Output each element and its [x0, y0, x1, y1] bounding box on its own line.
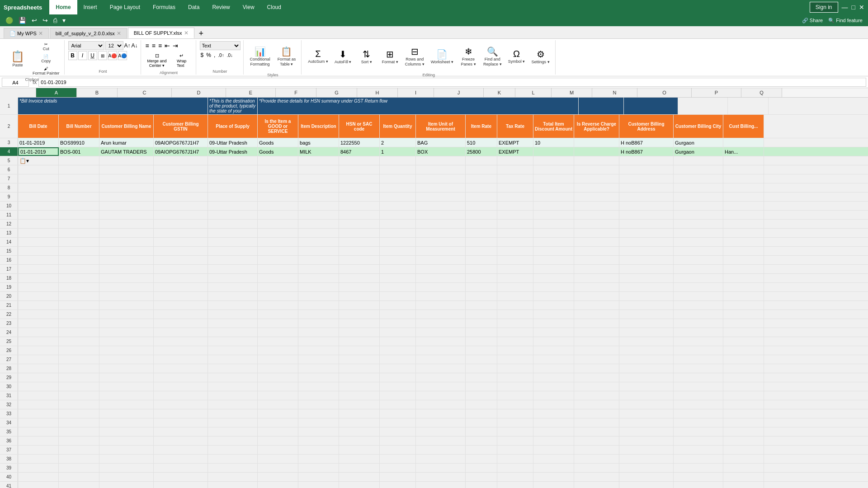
cell-P15[interactable]	[674, 247, 723, 255]
cell-H21[interactable]	[339, 301, 380, 310]
cell-N35[interactable]	[574, 427, 619, 436]
cell-J11[interactable]	[416, 211, 466, 219]
cell-L40[interactable]	[497, 473, 533, 481]
cell-B7[interactable]	[59, 174, 99, 183]
cell-E17[interactable]	[208, 265, 258, 273]
cell-O8[interactable]	[619, 183, 674, 192]
cell-D7[interactable]	[154, 174, 208, 183]
cell-P37[interactable]	[674, 446, 723, 454]
increase-font-icon[interactable]: A↑	[124, 42, 131, 49]
cell-B10[interactable]	[59, 202, 99, 210]
cell-C9[interactable]	[99, 192, 154, 201]
cell-M33[interactable]	[533, 409, 574, 418]
cell-B22[interactable]	[59, 310, 99, 319]
cell-N32[interactable]	[574, 400, 619, 409]
cell-A36[interactable]	[18, 436, 59, 445]
cell-F29[interactable]	[258, 373, 298, 382]
cell-A31[interactable]	[18, 391, 59, 400]
cell-C12[interactable]	[99, 220, 154, 228]
cell-M29[interactable]	[533, 373, 574, 382]
cell-M19[interactable]	[533, 283, 574, 291]
cell-p4[interactable]: Gurgaon	[674, 147, 723, 156]
cell-N7[interactable]	[574, 174, 619, 183]
cell-E21[interactable]	[208, 301, 258, 310]
cell-C30[interactable]	[99, 382, 154, 391]
cell-F7[interactable]	[258, 174, 298, 183]
cell-G32[interactable]	[298, 400, 339, 409]
cell-E39[interactable]	[208, 464, 258, 472]
cell-H23[interactable]	[339, 319, 380, 328]
cell-F6[interactable]	[258, 165, 298, 174]
cell-O19[interactable]	[619, 283, 674, 291]
align-center-icon[interactable]: ≡	[151, 41, 156, 50]
cell-N39[interactable]	[574, 464, 619, 472]
cell-A6[interactable]	[18, 165, 59, 174]
cell-M15[interactable]	[533, 247, 574, 255]
cell-F38[interactable]	[258, 455, 298, 463]
cell-K15[interactable]	[466, 247, 497, 255]
cell-M10[interactable]	[533, 202, 574, 210]
cell-J24[interactable]	[416, 328, 466, 337]
cell-H8[interactable]	[339, 183, 380, 192]
cell-Q21[interactable]	[723, 301, 764, 310]
cell-O36[interactable]	[619, 436, 674, 445]
cell-G13[interactable]	[298, 229, 339, 237]
cell-Q32[interactable]	[723, 400, 764, 409]
cell-A35[interactable]	[18, 427, 59, 436]
cell-D21[interactable]	[154, 301, 208, 310]
decrease-decimal-icon[interactable]: .0↓	[226, 52, 234, 59]
cell-E18[interactable]	[208, 274, 258, 282]
cell-H32[interactable]	[339, 400, 380, 409]
cell-F25[interactable]	[258, 337, 298, 346]
cell-L11[interactable]	[497, 211, 533, 219]
cell-J12[interactable]	[416, 220, 466, 228]
new-tab-button[interactable]: +	[199, 29, 204, 38]
cell-M41[interactable]	[533, 482, 574, 488]
cell-l4[interactable]: EXEMPT	[497, 147, 533, 156]
qa-save[interactable]: 💾	[17, 16, 28, 25]
cell-C10[interactable]	[99, 202, 154, 210]
cell-i4[interactable]: 1	[380, 147, 416, 156]
cell-m5[interactable]	[533, 156, 574, 165]
cell-B21[interactable]	[59, 301, 99, 310]
cell-N28[interactable]	[574, 364, 619, 373]
cell-i2[interactable]: Item Quantity	[380, 115, 416, 138]
cell-F12[interactable]	[258, 220, 298, 228]
cell-G23[interactable]	[298, 319, 339, 328]
cell-reference-box[interactable]: A4	[2, 78, 29, 87]
cell-C34[interactable]	[99, 418, 154, 427]
cell-O26[interactable]	[619, 346, 674, 355]
cell-A18[interactable]	[18, 274, 59, 282]
number-format-select[interactable]: Text General Number Currency Date	[200, 41, 241, 50]
cell-F37[interactable]	[258, 446, 298, 454]
cell-M26[interactable]	[533, 346, 574, 355]
cell-G35[interactable]	[298, 427, 339, 436]
cell-A16[interactable]	[18, 256, 59, 264]
cell-E27[interactable]	[208, 355, 258, 364]
cell-E25[interactable]	[208, 337, 258, 346]
cell-O15[interactable]	[619, 247, 674, 255]
cell-j2[interactable]: Item Unit of Measurement	[416, 115, 466, 138]
cell-B33[interactable]	[59, 409, 99, 418]
cell-O33[interactable]	[619, 409, 674, 418]
cell-K22[interactable]	[466, 310, 497, 319]
cell-M37[interactable]	[533, 446, 574, 454]
cell-c3[interactable]: Arun kumar	[99, 138, 154, 147]
row-header-9[interactable]: 9	[0, 192, 18, 201]
cell-O29[interactable]	[619, 373, 674, 382]
row-header-22[interactable]: 22	[0, 310, 18, 319]
cell-H33[interactable]	[339, 409, 380, 418]
cell-H28[interactable]	[339, 364, 380, 373]
cell-H40[interactable]	[339, 473, 380, 481]
cell-p3[interactable]: Gurgaon	[674, 138, 723, 147]
cell-I38[interactable]	[380, 455, 416, 463]
cell-n3[interactable]	[574, 138, 619, 147]
cell-C25[interactable]	[99, 337, 154, 346]
cell-Q23[interactable]	[723, 319, 764, 328]
cell-L28[interactable]	[497, 364, 533, 373]
cell-E40[interactable]	[208, 473, 258, 481]
cell-E34[interactable]	[208, 418, 258, 427]
cell-L13[interactable]	[497, 229, 533, 237]
cell-O22[interactable]	[619, 310, 674, 319]
cell-J16[interactable]	[416, 256, 466, 264]
